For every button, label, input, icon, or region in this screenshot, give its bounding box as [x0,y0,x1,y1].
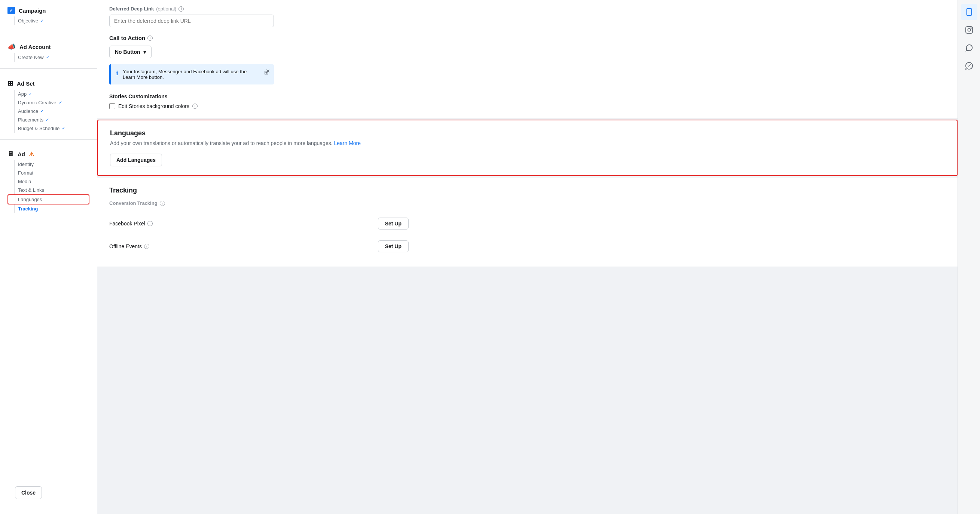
ad-set-label: Ad Set [17,80,35,87]
sidebar-item-dynamic-creative[interactable]: Dynamic Creative ✓ [8,98,89,107]
facebook-pixel-label: Facebook Pixel i [109,221,153,227]
offline-events-label-text: Offline Events [109,243,142,249]
offline-events-label: Offline Events i [109,243,149,249]
sidebar-item-placements[interactable]: Placements ✓ [8,116,89,124]
cta-label-text: Call to Action [109,35,145,41]
sidebar-item-languages[interactable]: Languages [8,194,89,205]
create-new-check-icon: ✓ [46,55,49,60]
sidebar-item-media[interactable]: Media [8,177,89,186]
conversion-tracking-text: Conversion Tracking [109,200,158,206]
ad-account-label: Ad Account [19,44,51,50]
offline-events-info-icon[interactable]: i [144,244,149,249]
svg-rect-2 [966,27,972,33]
sidebar-item-budget-schedule[interactable]: Budget & Schedule ✓ [8,124,89,133]
languages-card: Languages Add your own translations or a… [97,120,958,176]
sidebar-item-ad-set[interactable]: ⊞ Ad Set [8,79,89,87]
info-banner-icon: ℹ [116,70,118,77]
campaign-label: Campaign [19,8,46,14]
languages-desc-text: Add your own translations or automatical… [110,140,332,146]
dynamic-creative-label: Dynamic Creative [18,100,57,105]
sidebar-item-objective[interactable]: Objective ✓ [8,16,89,25]
sidebar-section-ad: 🖥 Ad ⚠ Identity Format Media Text & Link… [0,144,97,216]
sidebar-item-identity[interactable]: Identity [8,160,89,168]
ad-account-icon: 📣 [8,43,16,51]
right-panel-messenger2-icon[interactable] [961,57,977,74]
stories-section: Stories Customizations Edit Stories back… [109,94,946,109]
call-to-action-label: Call to Action i [109,35,946,41]
campaign-checkbox-icon: ✓ [8,7,15,14]
tracking-title: Tracking [109,187,946,194]
placements-label: Placements [18,117,43,123]
facebook-pixel-row: Facebook Pixel i Set Up [109,212,409,235]
objective-check-icon: ✓ [40,18,44,23]
sidebar-item-tracking[interactable]: Tracking [8,205,89,213]
deep-link-label-text: Deferred Deep Link [109,6,154,11]
identity-label: Identity [18,162,34,167]
sidebar-section-ad-account: 📣 Ad Account Create New ✓ [0,36,97,65]
sidebar-section-ad-set: ⊞ Ad Set App ✓ Dynamic Creative ✓ Audien… [0,73,97,136]
languages-learn-more-link[interactable]: Learn More [334,140,361,146]
cta-chevron-icon: ▾ [143,49,146,55]
svg-point-3 [968,29,970,31]
sidebar-item-app[interactable]: App ✓ [8,90,89,98]
info-banner: ℹ Your Instagram, Messenger and Facebook… [109,64,274,84]
deep-link-input[interactable] [109,14,274,27]
deep-link-info-icon[interactable]: i [178,6,184,11]
sidebar-item-campaign[interactable]: ✓ Campaign [8,7,89,14]
stories-info-icon[interactable]: i [192,103,197,109]
main-area: Deferred Deep Link (optional) i Call to … [97,0,980,514]
sidebar-item-ad[interactable]: 🖥 Ad ⚠ [8,150,89,158]
tracking-nav-label: Tracking [18,206,38,212]
right-panel-mobile-icon[interactable] [961,4,977,20]
tracking-card: Tracking Conversion Tracking i Facebook … [97,178,958,267]
languages-nav-label: Languages [18,197,42,202]
info-banner-text: Your Instagram, Messenger and Facebook a… [123,69,260,80]
app-label: App [18,91,27,97]
sidebar-section-campaign: ✓ Campaign Objective ✓ [0,0,97,28]
add-languages-button[interactable]: Add Languages [110,154,162,167]
text-links-label: Text & Links [18,187,44,193]
content-area: Deferred Deep Link (optional) i Call to … [97,0,958,514]
format-label: Format [18,170,33,176]
sidebar-item-format[interactable]: Format [8,168,89,177]
media-label: Media [18,179,31,184]
deep-link-label: Deferred Deep Link (optional) i [109,6,946,11]
deep-link-card: Deferred Deep Link (optional) i Call to … [97,0,958,118]
dynamic-creative-check-icon: ✓ [59,100,62,105]
right-panel-messenger-icon[interactable] [961,40,977,56]
right-panel [958,0,980,514]
cta-dropdown[interactable]: No Button ▾ [109,46,151,58]
stories-title: Stories Customizations [109,94,946,100]
sidebar-item-create-new[interactable]: Create New ✓ [8,53,89,62]
right-panel-instagram-icon[interactable] [961,22,977,38]
languages-title: Languages [110,129,945,137]
stories-checkbox[interactable] [109,103,115,109]
sidebar-item-ad-account[interactable]: 📣 Ad Account [8,43,89,51]
sidebar-item-text-links[interactable]: Text & Links [8,186,89,194]
stories-checkbox-row[interactable]: Edit Stories background colors i [109,103,946,109]
audience-label: Audience [18,108,38,114]
offline-events-setup-button[interactable]: Set Up [378,240,409,252]
svg-rect-0 [967,9,971,15]
cta-info-icon[interactable]: i [148,35,153,41]
ad-label: Ad [18,151,25,157]
conversion-tracking-label: Conversion Tracking i [109,200,946,206]
close-button[interactable]: Close [15,486,42,499]
budget-schedule-check-icon: ✓ [62,126,65,131]
deep-link-optional: (optional) [156,6,176,11]
facebook-pixel-info-icon[interactable]: i [148,221,153,226]
ad-warning-icon: ⚠ [29,151,34,158]
ad-icon: 🖥 [8,150,14,158]
languages-description: Add your own translations or automatical… [110,140,945,146]
facebook-pixel-setup-button[interactable]: Set Up [378,217,409,230]
facebook-pixel-label-text: Facebook Pixel [109,221,145,227]
objective-label: Objective [18,18,38,24]
sidebar-item-audience[interactable]: Audience ✓ [8,107,89,116]
create-new-label: Create New [18,55,44,60]
stories-checkbox-label: Edit Stories background colors [118,103,189,109]
banner-close-icon[interactable]: ✕ [266,68,270,74]
ad-set-icon: ⊞ [8,79,13,87]
conversion-tracking-info-icon[interactable]: i [160,201,165,206]
app-check-icon: ✓ [29,92,32,97]
svg-point-4 [970,28,971,29]
